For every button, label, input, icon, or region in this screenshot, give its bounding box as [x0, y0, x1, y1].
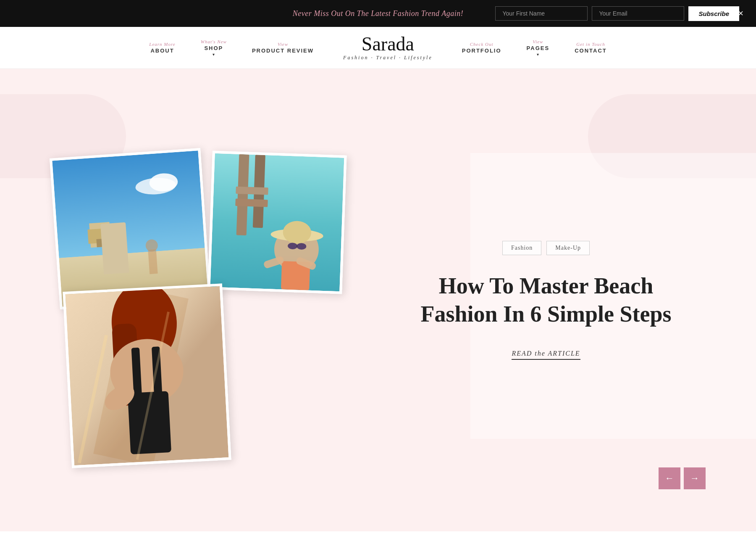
svg-rect-9: [210, 153, 344, 292]
nav-label-about: Learn More: [149, 42, 175, 47]
woman-black-image: [63, 283, 231, 468]
tag-makeup[interactable]: Make-Up: [546, 241, 590, 255]
turquoise-water-image: [207, 151, 346, 294]
svg-rect-0: [52, 150, 205, 258]
logo[interactable]: Sarada Fashion · Travel · Lifestyle: [326, 34, 449, 61]
nav-label-portfolio: Check Out: [470, 42, 494, 47]
shop-arrow-icon: ▾: [213, 52, 215, 57]
nav-main-portfolio: PORTFOLIO: [462, 47, 501, 54]
banner-text: Never Miss Out On The Latest Fashion Tre…: [293, 9, 464, 18]
nav-item-pages[interactable]: View PAGES ▾: [514, 39, 562, 57]
nav-item-portfolio[interactable]: Check Out PORTFOLIO: [449, 42, 514, 54]
tag-fashion[interactable]: Fashion: [502, 241, 541, 255]
svg-rect-13: [235, 199, 268, 207]
pages-arrow-icon: ▾: [537, 52, 539, 57]
tags-container: Fashion Make-Up: [502, 241, 590, 255]
nav-label-shop: What's New: [201, 39, 227, 44]
hero-content: Fashion Make-Up How To Master Beach Fash…: [42, 128, 714, 472]
nav-left: Learn More ABOUT What's New SHOP ▾ View …: [136, 39, 326, 57]
logo-text: Sarada: [362, 34, 414, 54]
nav-main-pages: PAGES: [527, 45, 550, 51]
image-collage: [42, 128, 361, 472]
top-banner: Never Miss Out On The Latest Fashion Tre…: [0, 0, 756, 27]
email-input[interactable]: [592, 6, 684, 21]
article-info: Fashion Make-Up How To Master Beach Fash…: [378, 224, 714, 377]
read-article-link[interactable]: READ the ARTICLE: [512, 350, 580, 360]
first-name-input[interactable]: [495, 6, 588, 21]
nav-right: Check Out PORTFOLIO View PAGES ▾ Get in …: [449, 39, 620, 57]
close-button[interactable]: ×: [738, 9, 743, 18]
svg-rect-8: [148, 249, 158, 274]
nav-main-product-review: PRODUCT REVIEW: [252, 47, 314, 54]
nav-main-about: ABOUT: [150, 47, 174, 54]
nav-main-contact: CONTACT: [575, 47, 607, 54]
navbar: Learn More ABOUT What's New SHOP ▾ View …: [0, 27, 756, 69]
nav-item-product-review[interactable]: View PRODUCT REVIEW: [239, 42, 326, 54]
svg-rect-6: [96, 239, 105, 248]
nav-item-contact[interactable]: Get in Touch CONTACT: [562, 42, 620, 54]
logo-tagline: Fashion · Travel · Lifestyle: [343, 55, 433, 61]
nav-main-shop: SHOP: [204, 45, 223, 51]
hero-section: Fashion Make-Up How To Master Beach Fash…: [0, 69, 756, 531]
subscribe-button[interactable]: Subscribe: [688, 6, 739, 21]
nav-item-about[interactable]: Learn More ABOUT: [136, 42, 188, 54]
nav-label-product-review: View: [278, 42, 288, 47]
nav-item-shop[interactable]: What's New SHOP ▾: [188, 39, 239, 57]
nav-label-contact: Get in Touch: [576, 42, 605, 47]
nav-label-pages: View: [533, 39, 543, 44]
banner-form: Subscribe: [495, 6, 739, 21]
article-title: How To Master Beach Fashion In 6 Simple …: [403, 272, 689, 329]
svg-rect-12: [236, 187, 268, 195]
